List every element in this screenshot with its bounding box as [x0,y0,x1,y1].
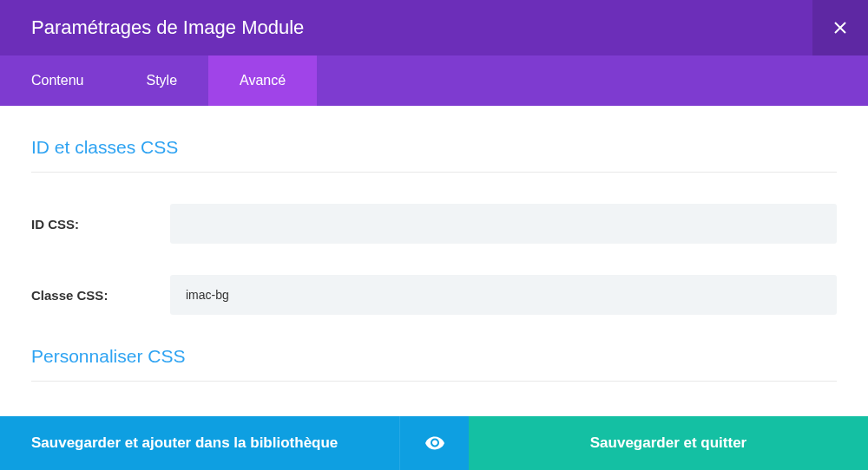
tab-advanced[interactable]: Avancé [208,55,317,106]
section-title-custom-css: Personnaliser CSS [31,346,837,367]
save-library-button[interactable]: Sauvegarder et ajouter dans la bibliothè… [0,416,399,470]
save-exit-button[interactable]: Sauvegarder et quitter [469,416,868,470]
divider [31,172,837,173]
preview-button[interactable] [399,416,469,470]
modal-header: Paramétrages de Image Module [0,0,868,55]
tabs-bar: Contenu Style Avancé [0,55,868,106]
form-row-css-id: ID CSS: [31,204,837,244]
input-css-class[interactable] [170,275,837,315]
content-area: ID et classes CSS ID CSS: Classe CSS: Pe… [0,106,868,416]
eye-icon [424,433,445,454]
divider [31,381,837,382]
section-title-css-id: ID et classes CSS [31,137,837,158]
input-css-id[interactable] [170,204,837,244]
tab-content[interactable]: Contenu [0,55,115,106]
label-css-class: Classe CSS: [31,288,170,303]
form-row-css-class: Classe CSS: [31,275,837,315]
modal-footer: Sauvegarder et ajouter dans la bibliothè… [0,416,868,470]
modal-title: Paramétrages de Image Module [31,16,304,39]
close-icon [834,22,846,34]
label-css-id: ID CSS: [31,217,170,232]
close-button[interactable] [812,0,868,55]
tab-style[interactable]: Style [115,55,209,106]
